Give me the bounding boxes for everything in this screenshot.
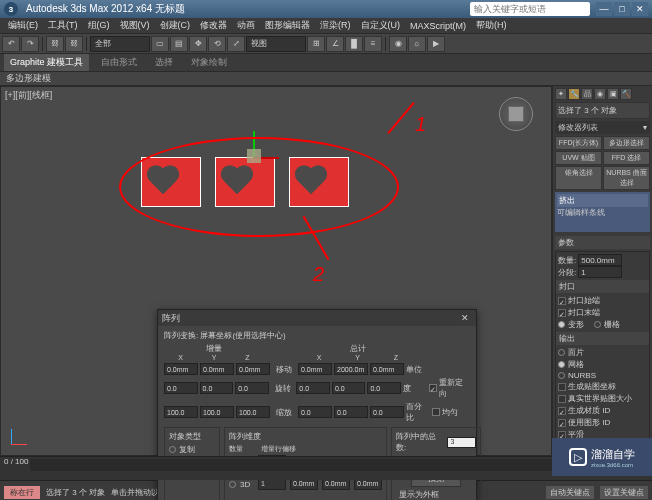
undo-button[interactable]: ↶ xyxy=(2,36,20,52)
move-inc-y[interactable]: 0.0mm xyxy=(200,363,234,375)
dim-3d-count[interactable]: 1 xyxy=(258,479,286,490)
coord-system[interactable]: 视图 xyxy=(246,36,306,52)
auto-key-button[interactable]: 自动关键点 xyxy=(546,486,594,499)
mod-btn-taper[interactable]: 锥角选择 xyxy=(555,166,602,190)
stack-item-spline[interactable]: 可编辑样条线 xyxy=(557,207,648,218)
move-tot-z[interactable]: 0.0mm xyxy=(370,363,404,375)
menu-help[interactable]: 帮助(H) xyxy=(472,19,511,32)
real-world-checkbox[interactable] xyxy=(558,395,566,403)
unlink-button[interactable]: ⛓ xyxy=(65,36,83,52)
cap-start-checkbox[interactable] xyxy=(558,297,566,305)
align-button[interactable]: ≡ xyxy=(364,36,382,52)
menu-group[interactable]: 组(G) xyxy=(84,19,114,32)
select-name-button[interactable]: ▤ xyxy=(170,36,188,52)
timeline-track[interactable] xyxy=(30,459,592,471)
ribbon-tab-graphite[interactable]: Graphite 建模工具 xyxy=(4,54,89,71)
material-editor-button[interactable]: ◉ xyxy=(389,36,407,52)
menu-maxscript[interactable]: MAXScript(M) xyxy=(406,21,470,31)
stack-item-extrude[interactable]: 挤出 xyxy=(557,194,648,207)
move-inc-x[interactable]: 0.0mm xyxy=(164,363,198,375)
render-button[interactable]: ▶ xyxy=(427,36,445,52)
dialog-titlebar[interactable]: 阵列 ✕ xyxy=(158,310,476,326)
menu-graph[interactable]: 图形编辑器 xyxy=(261,19,314,32)
maximize-button[interactable]: □ xyxy=(614,2,630,16)
viewport-front[interactable]: [+][前][线框] 1 2 3 4 阵列 xyxy=(0,86,552,456)
move-tot-x[interactable]: 0.0mm xyxy=(298,363,332,375)
search-input[interactable] xyxy=(474,4,586,14)
gizmo-center-icon[interactable] xyxy=(247,149,261,163)
snap-button[interactable]: ⊞ xyxy=(307,36,325,52)
tab-create-icon[interactable]: ✦ xyxy=(555,88,567,100)
tab-display-icon[interactable]: ▣ xyxy=(607,88,619,100)
gen-mapping-checkbox[interactable] xyxy=(558,383,566,391)
scl-inc-y[interactable]: 100.0 xyxy=(200,406,234,418)
mod-btn-uvw[interactable]: UVW 贴图 xyxy=(555,151,602,165)
scl-tot-z[interactable]: 0.0 xyxy=(370,406,404,418)
rot-tot-z[interactable]: 0.0 xyxy=(367,382,401,394)
set-key-button[interactable]: 设置关键点 xyxy=(600,486,648,499)
viewcube[interactable] xyxy=(499,97,533,131)
modifier-list-dropdown[interactable]: 修改器列表▾ xyxy=(555,121,650,134)
menu-edit[interactable]: 编辑(E) xyxy=(4,19,42,32)
scl-tot-x[interactable]: 0.0 xyxy=(298,406,332,418)
rot-inc-y[interactable]: 0.0 xyxy=(200,382,234,394)
viewport-label[interactable]: [+][前][线框] xyxy=(5,89,52,102)
minimize-button[interactable]: — xyxy=(596,2,612,16)
dim-3d-x[interactable]: 0.0mm xyxy=(290,479,318,490)
status-pink-button[interactable]: 称在行 xyxy=(4,486,40,499)
dim-3d-z[interactable]: 0.0mm xyxy=(354,479,382,490)
cap-end-checkbox[interactable] xyxy=(558,309,566,317)
close-button[interactable]: ✕ xyxy=(632,2,648,16)
radio-3d[interactable] xyxy=(229,481,236,488)
ribbon-tab-freeform[interactable]: 自由形式 xyxy=(95,54,143,71)
menu-animation[interactable]: 动画 xyxy=(233,19,259,32)
ribbon-tab-selection[interactable]: 选择 xyxy=(149,54,179,71)
morph-radio[interactable] xyxy=(558,321,565,328)
rotate-button[interactable]: ⟲ xyxy=(208,36,226,52)
move-button[interactable]: ✥ xyxy=(189,36,207,52)
amount-spinner[interactable] xyxy=(578,254,622,266)
modifier-stack[interactable]: 挤出 可编辑样条线 xyxy=(555,192,650,232)
menu-tools[interactable]: 工具(T) xyxy=(44,19,82,32)
dialog-close-icon[interactable]: ✕ xyxy=(458,313,472,323)
rot-tot-y[interactable]: 0.0 xyxy=(332,382,366,394)
redo-button[interactable]: ↷ xyxy=(21,36,39,52)
radio-copy[interactable] xyxy=(169,446,176,453)
grid-radio[interactable] xyxy=(594,321,601,328)
heart-object-2[interactable] xyxy=(215,157,275,207)
viewcube-face-icon[interactable] xyxy=(508,106,524,122)
link-button[interactable]: ⛓ xyxy=(46,36,64,52)
dim-3d-y[interactable]: 0.0mm xyxy=(322,479,350,490)
menu-modifiers[interactable]: 修改器 xyxy=(196,19,231,32)
use-shape-checkbox[interactable] xyxy=(558,419,566,427)
move-tot-y[interactable]: 2000.0m xyxy=(334,363,368,375)
segs-spinner[interactable] xyxy=(578,266,622,278)
tab-modify-icon[interactable]: 🔧 xyxy=(568,88,580,100)
mirror-button[interactable]: ▐▌ xyxy=(345,36,363,52)
uniform-checkbox[interactable] xyxy=(432,408,440,416)
rot-tot-x[interactable]: 0.0 xyxy=(296,382,330,394)
scl-inc-z[interactable]: 100.0 xyxy=(236,406,270,418)
menu-create[interactable]: 创建(C) xyxy=(156,19,195,32)
angle-snap-button[interactable]: ∠ xyxy=(326,36,344,52)
scale-button[interactable]: ⤢ xyxy=(227,36,245,52)
move-inc-z[interactable]: 0.0mm xyxy=(236,363,270,375)
out-mesh-radio[interactable] xyxy=(558,361,565,368)
rot-inc-x[interactable]: 0.0 xyxy=(164,382,198,394)
params-rollout-title[interactable]: 参数 xyxy=(555,236,650,249)
help-search[interactable] xyxy=(470,2,590,16)
tab-motion-icon[interactable]: ◉ xyxy=(594,88,606,100)
heart-object-1[interactable] xyxy=(141,157,201,207)
select-button[interactable]: ▭ xyxy=(151,36,169,52)
rot-inc-z[interactable]: 0.0 xyxy=(235,382,269,394)
tab-hierarchy-icon[interactable]: 品 xyxy=(581,88,593,100)
mod-btn-nurbs[interactable]: NURBS 曲面选择 xyxy=(603,166,650,190)
mod-btn-ffd[interactable]: FFD(长方体) xyxy=(555,136,602,150)
menu-view[interactable]: 视图(V) xyxy=(116,19,154,32)
reorient-checkbox[interactable] xyxy=(429,384,437,392)
render-setup-button[interactable]: ☼ xyxy=(408,36,426,52)
tab-utilities-icon[interactable]: 🔨 xyxy=(620,88,632,100)
menu-customize[interactable]: 自定义(U) xyxy=(357,19,405,32)
menu-render[interactable]: 渲染(R) xyxy=(316,19,355,32)
ribbon-tab-paint[interactable]: 对象绘制 xyxy=(185,54,233,71)
